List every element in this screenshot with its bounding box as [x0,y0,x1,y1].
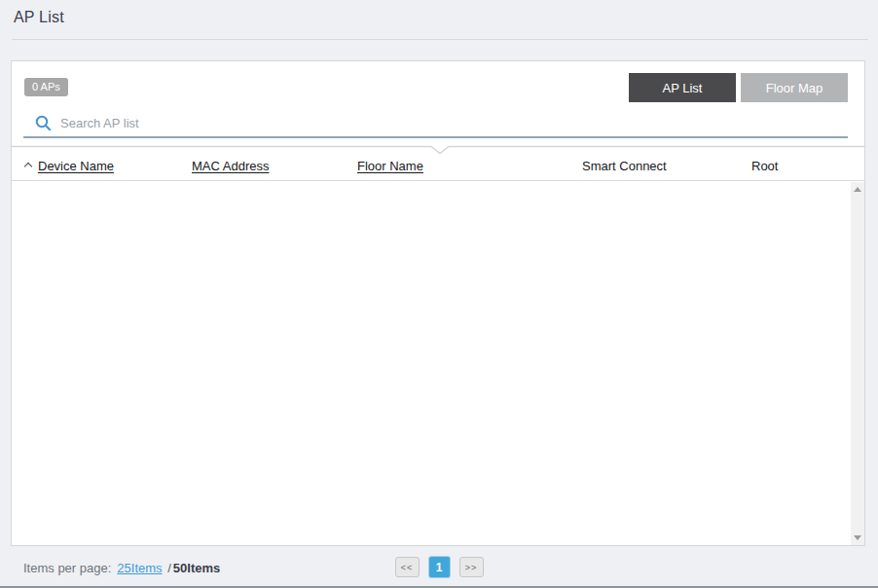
column-label: Root [751,159,778,173]
table-header: Device Name MAC Address Floor Name Smart… [12,154,864,181]
view-toggle: AP List Floor Map [629,73,848,102]
search-icon [35,115,52,131]
scroll-down-icon[interactable] [854,535,861,540]
ap-list-page: AP List 0 APs AP List Floor Map Device N… [0,0,878,588]
column-header-root: Root [751,159,778,173]
scroll-up-icon[interactable] [854,187,861,192]
column-label: Floor Name [357,159,423,173]
page-title: AP List [14,9,64,26]
sort-ascending-icon [24,163,32,170]
search-input[interactable] [60,111,848,134]
pagination: << 1 >> [0,556,878,578]
page-1-button[interactable]: 1 [428,556,451,578]
column-label: Smart Connect [582,159,667,173]
column-header-floor-name[interactable]: Floor Name [357,159,423,173]
tab-ap-list[interactable]: AP List [629,73,736,102]
vertical-scrollbar[interactable] [851,182,864,545]
column-header-smart-connect: Smart Connect [582,159,667,173]
ap-list-panel: 0 APs AP List Floor Map Device Name MAC … [11,60,865,546]
tab-floor-map[interactable]: Floor Map [741,73,848,102]
column-label: Device Name [38,159,114,173]
ap-count-badge: 0 APs [24,78,68,96]
title-divider [12,39,868,40]
search-bar [23,109,848,138]
column-header-mac-address[interactable]: MAC Address [192,159,269,173]
next-page-button[interactable]: >> [459,557,484,577]
column-header-device-name[interactable]: Device Name [25,159,114,173]
footer: Items per page:25Items /50Items << 1 >> [0,546,878,586]
prev-page-button[interactable]: << [395,557,420,577]
table-body [12,182,864,545]
column-label: MAC Address [192,159,269,173]
